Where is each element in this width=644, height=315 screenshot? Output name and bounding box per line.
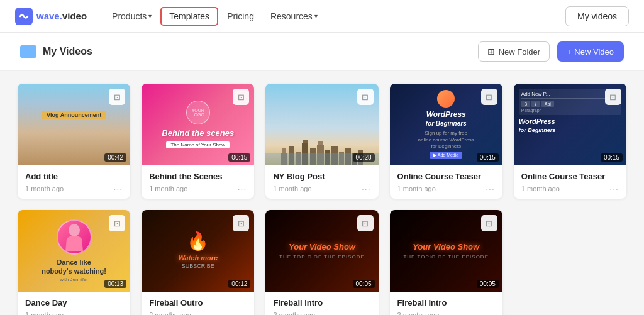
chevron-down-icon: ▾ [148,13,152,19]
card-thumbnail[interactable]: 🔥 Watch more SUBSCRIBE ⊡ 00:12 [142,210,254,292]
card-thumbnail[interactable]: WordPressfor Beginners Sign up for my fr… [390,84,502,165]
nav-item-templates[interactable]: Templates [160,7,218,26]
navbar: wave.video Products ▾ Templates Pricing … [0,0,644,33]
logo-icon [15,8,33,25]
card-body: Fireball Intro 2 months ago ··· [390,292,502,315]
card-thumbnail[interactable]: Your Video Show THE TOPIC OF THE EPISODE… [265,210,378,292]
card-meta: 1 month ago ··· [397,184,495,194]
card-body: Online Course Teaser 1 month ago ··· [514,165,626,199]
video-grid: Vlog Announcement ⊡ 00:42 Add title 1 mo… [0,71,644,315]
card-thumbnail[interactable]: ⊡ 00:28 [265,84,378,165]
card-date: 1 month ago [521,185,560,192]
video-card: Add New P... B I Abl Paragraph WordPress… [514,84,626,199]
show-name-badge: The Name of Your Show [166,141,230,148]
bookmark-icon[interactable]: ⊡ [481,89,497,105]
card-date: 1 month ago [397,185,436,192]
duration-badge: 00:28 [353,153,375,162]
video-card: ⊡ 00:28 NY Blog Post 1 month ago ··· [265,84,378,199]
nav-item-resources[interactable]: Resources ▾ [263,8,325,25]
logo-circle: YOURLOGO [186,101,210,124]
my-videos-button[interactable]: My videos [565,6,629,26]
card-thumbnail[interactable]: YOURLOGO Behind the scenes The Name of Y… [142,84,254,165]
card-thumbnail[interactable]: Your Video Show THE TOPIC OF THE EPISODE… [390,210,502,292]
card-thumbnail[interactable]: Dance likenobody's watching! with Jennif… [18,210,130,292]
card-body: NY Blog Post 1 month ago ··· [265,165,378,199]
new-video-button[interactable]: + New Video [557,41,624,62]
header-actions: ⊞ New Folder + New Video [478,41,624,62]
watch-text: Watch more [178,254,218,262]
video-card: WordPressfor Beginners Sign up for my fr… [390,84,502,199]
card-title: Online Course Teaser [521,172,619,181]
card-body: Behind the Scenes 1 month ago ··· [142,165,254,199]
card-options-button[interactable]: ··· [114,184,123,194]
svg-point-15 [69,224,80,236]
card-date: 1 month ago [25,185,64,192]
dance-title-text: Dance likenobody's watching! [42,258,106,275]
video-show-subtitle-2: THE TOPIC OF THE EPISODE [403,254,489,260]
card-thumbnail[interactable]: Vlog Announcement ⊡ 00:42 [18,84,130,165]
card-date: 2 months ago [273,311,315,315]
nav-item-products[interactable]: Products ▾ [104,8,159,25]
nav-item-pricing[interactable]: Pricing [219,8,262,25]
svg-rect-5 [303,140,308,143]
bookmark-icon[interactable]: ⊡ [109,89,125,105]
behind-title-text: Behind the scenes [162,128,234,138]
card-date: 1 month ago [25,311,64,315]
svg-rect-8 [318,141,323,145]
card-meta: 1 month ago ··· [273,184,370,194]
logo[interactable]: wave.video [15,8,87,25]
bookmark-icon[interactable]: ⊡ [605,89,621,105]
duration-badge: 00:13 [104,280,126,288]
bookmark-icon[interactable]: ⊡ [481,215,497,231]
page-title: My Videos [43,46,92,57]
video-show-subtitle: THE TOPIC OF THE EPISODE [279,254,365,260]
card-options-button[interactable]: ··· [486,184,495,194]
card-title: Fireball Intro [273,298,370,307]
new-folder-button[interactable]: ⊞ New Folder [478,41,550,62]
card-meta: 2 months ago ··· [273,310,370,315]
bookmark-icon[interactable]: ⊡ [233,89,249,105]
card-options-button[interactable]: ··· [362,310,371,315]
nav-right: My videos [565,6,629,26]
page-header: My Videos ⊞ New Folder + New Video [0,33,644,71]
card-options-button[interactable]: ··· [238,184,247,194]
chevron-down-icon: ▾ [314,13,318,19]
video-show-title-2: Your Video Show [413,242,479,252]
card-body: Fireball Outro 2 months ago ··· [142,292,254,315]
card-meta: 1 month ago ··· [25,310,123,315]
duration-badge: 00:15 [228,153,250,162]
dance-author: with Jennifer [60,277,88,282]
page-title-row: My Videos [20,45,92,58]
duration-badge: 00:15 [601,153,623,162]
card-title: Fireball Intro [397,298,495,307]
folder-add-icon: ⊞ [487,47,495,57]
card-date: 1 month ago [273,185,311,192]
card-date: 2 months ago [397,311,440,315]
bookmark-icon[interactable]: ⊡ [357,215,374,231]
bookmark-icon[interactable]: ⊡ [109,215,125,231]
card-meta: 2 months ago ··· [397,310,495,315]
card-options-button[interactable]: ··· [114,310,123,315]
card-title: NY Blog Post [273,172,370,181]
card-title: Online Course Teaser [397,172,495,181]
card-options-button[interactable]: ··· [609,184,619,194]
bookmark-icon[interactable]: ⊡ [357,89,374,105]
nav-items: Products ▾ Templates Pricing Resources ▾ [104,7,565,26]
card-title: Add title [25,172,123,181]
video-show-title: Your Video Show [289,242,355,252]
person-circle [57,219,92,255]
duration-badge: 00:05 [353,280,375,288]
duration-badge: 00:12 [228,280,250,288]
card-meta: 1 month ago ··· [149,184,247,194]
svg-rect-1 [282,148,286,153]
card-options-button[interactable]: ··· [486,310,495,315]
card-body: Online Course Teaser 1 month ago ··· [390,165,502,199]
bookmark-icon[interactable]: ⊡ [233,215,249,231]
card-options-button[interactable]: ··· [238,310,247,315]
card-options-button[interactable]: ··· [362,184,371,194]
video-card: Your Video Show THE TOPIC OF THE EPISODE… [390,210,502,315]
card-date: 2 months ago [149,311,191,315]
video-card: Vlog Announcement ⊡ 00:42 Add title 1 mo… [18,84,130,199]
duration-badge: 00:42 [104,153,126,162]
card-thumbnail[interactable]: Add New P... B I Abl Paragraph WordPress… [514,84,626,165]
